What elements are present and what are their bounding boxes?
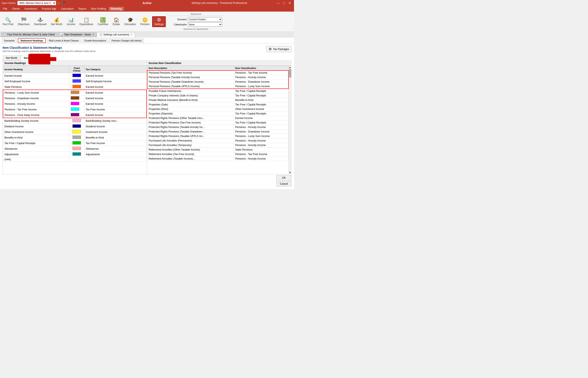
maximize-button[interactable]: □	[282, 1, 286, 5]
expenditure-button[interactable]: 📋 Expenditure	[78, 17, 95, 27]
item-tab-net-worth[interactable]: Net Worth	[2, 55, 21, 61]
table-row[interactable]: AdjustmentsAdjustments	[3, 152, 147, 157]
table-row[interactable]: Retirement Annuities (Other Taxable Inco…	[147, 148, 288, 152]
table-row[interactable]: Protected Rights Pensions (Taxable UFPLS…	[147, 134, 288, 138]
settings-button[interactable]: ⚙ Settings	[152, 16, 166, 27]
dashboard-button[interactable]: 🕹 Dashboard	[32, 17, 48, 27]
close-button[interactable]: ✕	[287, 1, 292, 5]
settings-icon: ⚙	[157, 18, 161, 22]
catastrophe-row: Catastrophe None	[169, 22, 222, 27]
income-headings-table: Income Heading ChartColour Tax Category …	[3, 66, 147, 162]
client-dropdown[interactable]: 3055: Michael Client & Jane C...	[17, 1, 56, 5]
table-row[interactable]: Protected Rights Pensions (Taxable Drawd…	[147, 130, 288, 134]
bottom-buttons: OK Cancel	[276, 175, 291, 187]
objectives-button[interactable]: 🏁 Objectives	[16, 17, 31, 27]
sub-tab-pension-charges[interactable]: Pension Charges (all clients)	[109, 39, 144, 43]
table-row[interactable]: Properties (Deposits)Tax Free / Capital …	[147, 111, 288, 116]
color-swatch-cell	[69, 146, 84, 152]
item-tab-income[interactable]: Income	[21, 55, 36, 61]
expenditure-icon: 📋	[84, 18, 89, 22]
table-row[interactable]: Retirement Annuities (Tax-Free Income)Pe…	[147, 152, 288, 157]
table-row[interactable]: AllowancesAllowances	[3, 146, 147, 152]
color-swatch-cell	[69, 79, 84, 84]
sub-tab-growth[interactable]: Growth Assumptions	[82, 39, 108, 43]
cancel-button[interactable]: Cancel	[276, 181, 291, 187]
table-row[interactable]: Purchased Life Annuities (Temporary)Pens…	[147, 143, 288, 148]
page-subtitle: Edit the headings used in planning state…	[2, 50, 96, 53]
cashflow-icon: 💹	[100, 18, 106, 22]
sub-tab-risk-levels[interactable]: Risk Levels & Asset Classes	[47, 39, 81, 43]
menu-risk-profiling[interactable]: Risk Profiling	[89, 7, 108, 11]
table-row[interactable]: Purchased Life Annuities (Permanent)Pens…	[147, 138, 288, 143]
table-row[interactable]: Pensions - Tax Free IncomeTax Free Incom…	[3, 107, 147, 112]
menu-clients[interactable]: Clients	[10, 7, 22, 11]
doc-tab-drawdown[interactable]: 📊 Take Drawdown - None ✕	[57, 32, 97, 37]
drawdown-tab-icon: 📊	[60, 33, 63, 36]
income-button[interactable]: 📊 Income	[65, 17, 77, 27]
table-row[interactable]: Protected Rights Pensions (Tax-Free Inco…	[147, 121, 288, 125]
table-row[interactable]: (new)	[3, 157, 147, 162]
table-row[interactable]: Retirement Annuities (Taxable Income)...…	[147, 157, 288, 161]
menu-practice-mgt[interactable]: Practice Mgt	[40, 7, 58, 11]
color-swatch-cell	[69, 95, 84, 101]
fact-find-button[interactable]: 🔍 Fact Find	[1, 17, 15, 27]
table-row[interactable]: Protected Rights Pensions (Taxable Annui…	[147, 125, 288, 130]
table-row[interactable]: Personal Pensions (Taxable Annuity Incom…	[147, 75, 288, 80]
doc-tab-settings[interactable]: 📋 Settings (all scenarios) ✕	[97, 32, 135, 37]
factfind-tab-label: Fact Find for Michael Client & Jane Clie…	[7, 33, 55, 36]
settings-tab-label: Settings (all scenarios)	[103, 33, 129, 36]
menu-report[interactable]: Report	[76, 7, 88, 11]
estate-button[interactable]: 🏠 Estate	[111, 17, 122, 27]
color-swatch-cell	[69, 107, 84, 112]
table-row[interactable]: Possible Future InheritancesTax Free / C…	[147, 89, 288, 94]
table-row[interactable]: Personal Pensions (Taxable UFPLS Income)…	[147, 84, 288, 89]
table-row[interactable]: Private Medical Insurance (Benefit-in-Ki…	[147, 98, 288, 102]
table-row[interactable]: Tax Free / Capital ReceiptsTax Free Inco…	[3, 140, 147, 146]
income-classification-header: Income Item Classification	[147, 61, 291, 66]
table-row[interactable]: Pensions - Annuity IncomeEarned Income	[3, 101, 147, 107]
color-swatch-cell	[69, 129, 84, 135]
settings-tab-close[interactable]: ✕	[131, 33, 133, 36]
education-button[interactable]: 🎓 Education	[123, 17, 138, 27]
table-row[interactable]: Personal Pensions (Tax-Free Income)Pensi…	[147, 70, 288, 75]
table-row[interactable]: Pensions - Final Salay IncomeEarned Inco…	[3, 112, 147, 118]
table-row[interactable]: Earned IncomeEarned Income	[3, 73, 147, 79]
fact-find-icon: 🔍	[5, 18, 11, 22]
table-row[interactable]: State PensionsEarned Income	[3, 84, 147, 90]
table-row[interactable]: Personal Pensions (Taxable Drawdown Inco…	[147, 80, 288, 84]
doc-tab-factfind[interactable]: 📋 Fact Find for Michael Client & Jane Cl…	[1, 32, 57, 37]
menu-planning[interactable]: Planning	[109, 7, 124, 11]
sub-tab-scenarios[interactable]: Scenarios	[2, 39, 17, 43]
net-worth-button[interactable]: 💰 Net Worth	[49, 17, 64, 27]
cashflow-button[interactable]: 💹 Cashflow	[96, 17, 110, 27]
table-row[interactable]: Benefits-in-KindBenefits-in-Kind	[3, 135, 147, 140]
title-bar: Open Clients: 3055: Michael Client & Jan…	[0, 0, 294, 6]
color-swatch-cell	[69, 84, 84, 90]
table-row[interactable]: Private Company Interests (Sale of share…	[147, 94, 288, 98]
tax-packages-button[interactable]: ⚙ Tax Packages	[266, 46, 291, 52]
pension-button[interactable]: 🪙 Pension	[139, 17, 151, 27]
sub-tab-statement-headings[interactable]: Statement Headings	[18, 38, 46, 43]
menu-file[interactable]: File	[1, 7, 9, 11]
drawdown-tab-close[interactable]: ✕	[92, 33, 94, 36]
table-row[interactable]: Pensions - Drawdown IncomeEarned Income	[3, 95, 147, 101]
color-swatch-cell	[69, 90, 84, 95]
ok-button[interactable]: OK	[276, 175, 291, 180]
menu-calculators[interactable]: Calculators	[59, 7, 76, 11]
estate-icon: 🏠	[113, 18, 119, 22]
open-clients-label: Open Clients:	[2, 2, 16, 4]
table-row[interactable]: Bank/Building Society IncomeBank/Buildin…	[3, 118, 147, 124]
catastrophe-select[interactable]: None	[188, 22, 222, 27]
table-row[interactable]: Dividend IncomeDividend Income	[3, 124, 147, 129]
scrollbar[interactable]: ▲ ▼	[289, 66, 291, 174]
menu-investment[interactable]: Investment	[22, 7, 39, 11]
table-row[interactable]: Properties (Sale)Tax Free / Capital Rece…	[147, 102, 288, 107]
catastrophe-label: Catastrophe	[169, 23, 187, 26]
table-row[interactable]: Properties (Rent)Other Investment Income	[147, 107, 288, 111]
scenario-select[interactable]: Current Position	[188, 17, 222, 22]
table-row[interactable]: Self-Employed IncomeSelf-Employed Income	[3, 79, 147, 84]
table-row[interactable]: Pensions - Lump Sum IncomeEarned Income	[3, 90, 147, 95]
table-row[interactable]: Protected Rights Pensions (Other Taxable…	[147, 116, 288, 121]
table-row[interactable]: Other Investment IncomeInvestment Income	[3, 129, 147, 135]
color-swatch-cell	[69, 118, 84, 124]
